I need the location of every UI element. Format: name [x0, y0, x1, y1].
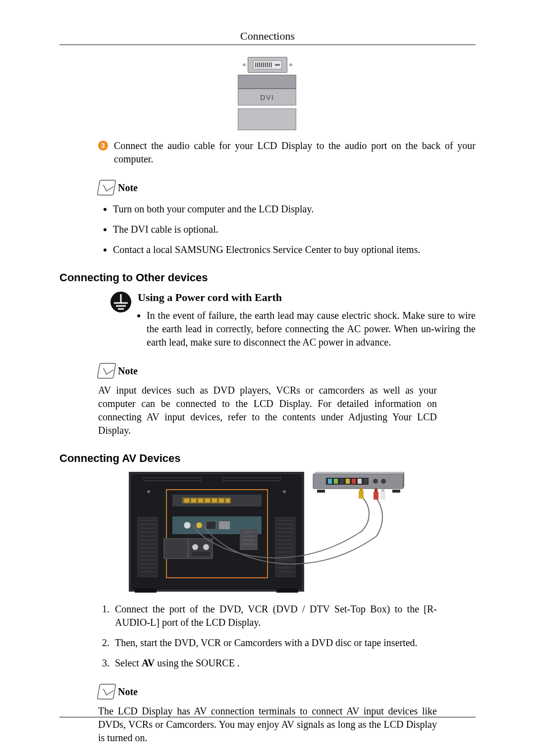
note-heading-1: Note: [98, 180, 476, 196]
av-step-1: Connect the port of the DVD, VCR (DVD / …: [112, 603, 437, 629]
note-heading-3: Note: [98, 684, 476, 700]
av-step-3-bold: AV: [142, 657, 155, 668]
note-label: Note: [118, 182, 138, 194]
earth-text: Using a Power cord with Earth In the eve…: [138, 291, 476, 349]
svg-rect-61: [192, 552, 210, 556]
svg-point-81: [381, 479, 386, 484]
note-3-text: The LCD Display has AV connection termin…: [98, 705, 437, 745]
svg-rect-79: [364, 479, 368, 484]
footer-rule: [59, 717, 476, 717]
note-1-item-3: Contact a local SAMSUNG Electronics Serv…: [113, 243, 476, 256]
svg-rect-83: [392, 490, 400, 493]
av-step-3-pre: Select: [115, 657, 142, 668]
svg-rect-84: [359, 491, 364, 499]
note-icon: [97, 180, 116, 196]
dvi-panel-bottom: [238, 108, 296, 130]
svg-rect-76: [346, 479, 350, 484]
note-label: Note: [118, 365, 138, 377]
step-3: 3 Connect the audio cable for your LCD D…: [98, 139, 476, 166]
av-diagram: [129, 472, 406, 596]
av-step-3-post: using the SOURCE .: [155, 657, 240, 668]
svg-point-60: [203, 544, 209, 550]
note-heading-2: Note: [98, 363, 476, 379]
svg-rect-68: [276, 589, 298, 593]
dvi-panel-top: [238, 75, 296, 89]
svg-point-40: [283, 490, 286, 493]
step-number-3-icon: 3: [98, 141, 108, 151]
dvi-screw-right-icon: [289, 63, 292, 66]
svg-marker-70: [313, 472, 404, 474]
dvi-port-icon: [248, 57, 287, 73]
svg-rect-48: [212, 499, 217, 503]
svg-point-52: [184, 522, 191, 529]
svg-rect-89: [381, 489, 384, 492]
svg-rect-54: [206, 521, 216, 529]
note-label: Note: [118, 686, 138, 698]
page-header: Connections: [59, 30, 476, 45]
svg-rect-44: [184, 499, 189, 503]
note-2-text: AV input devices such as DVD players, VC…: [98, 384, 437, 437]
svg-point-39: [147, 490, 150, 493]
av-step-2: Then, start the DVD, VCR or Camcorders w…: [112, 636, 437, 650]
svg-rect-47: [205, 499, 210, 503]
earth-ground-icon: [110, 291, 132, 315]
svg-rect-74: [334, 479, 338, 484]
svg-rect-86: [374, 492, 378, 500]
svg-rect-85: [360, 488, 363, 491]
svg-rect-50: [226, 499, 230, 503]
svg-point-80: [373, 479, 378, 484]
section-other-devices: Connecting to Other devices: [59, 271, 476, 284]
svg-marker-71: [403, 472, 404, 489]
av-steps: Connect the port of the DVD, VCR (DVD / …: [98, 603, 437, 670]
dvi-label: DVI: [238, 89, 296, 105]
note-1-item-2: The DVI cable is optional.: [113, 223, 476, 236]
svg-rect-57: [164, 539, 187, 558]
page: Connections DVI 3 Connect the audio cabl…: [0, 0, 535, 756]
svg-rect-77: [352, 479, 356, 484]
section-av-devices: Connecting AV Devices: [59, 452, 476, 465]
svg-point-53: [196, 522, 202, 528]
av-step-3: Select AV using the SOURCE .: [112, 656, 437, 670]
svg-point-59: [192, 544, 198, 550]
earth-title: Using a Power cord with Earth: [138, 291, 476, 304]
note-icon: [97, 684, 116, 700]
svg-rect-46: [198, 499, 203, 503]
svg-rect-87: [374, 489, 377, 492]
dvi-screw-left-icon: [243, 63, 246, 66]
svg-rect-78: [358, 479, 362, 484]
svg-rect-75: [340, 479, 344, 484]
note-1-list: Turn on both your computer and the LCD D…: [98, 202, 476, 256]
step-3-text: Connect the audio cable for your LCD Dis…: [114, 139, 476, 166]
note-1-item-1: Turn on both your computer and the LCD D…: [113, 202, 476, 216]
svg-rect-55: [219, 521, 230, 529]
svg-rect-82: [317, 490, 325, 493]
svg-rect-49: [219, 499, 224, 503]
note-icon: [97, 363, 116, 379]
svg-rect-88: [380, 492, 385, 500]
header-rule: [59, 45, 476, 45]
earth-block: Using a Power cord with Earth In the eve…: [110, 291, 476, 349]
dvi-diagram: DVI: [238, 57, 297, 130]
svg-rect-73: [328, 479, 332, 484]
svg-rect-45: [191, 499, 196, 503]
svg-rect-67: [135, 589, 157, 593]
earth-body: In the event of failure, the earth lead …: [147, 309, 476, 349]
